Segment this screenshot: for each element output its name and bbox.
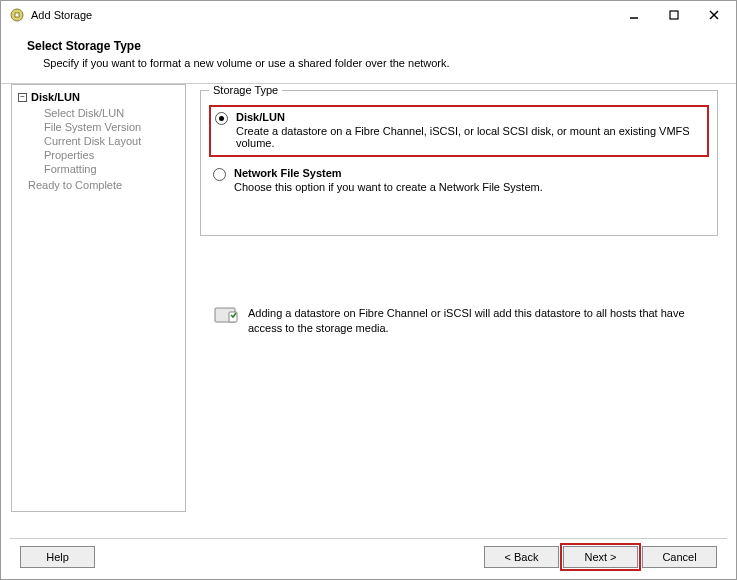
maximize-button[interactable] (654, 3, 694, 27)
collapse-icon[interactable]: − (18, 93, 27, 102)
option-title: Network File System (234, 167, 543, 179)
radio-button[interactable] (215, 112, 228, 125)
nav-substep[interactable]: Properties (44, 149, 181, 161)
nav-substep[interactable]: File System Version (44, 121, 181, 133)
close-button[interactable] (694, 3, 734, 27)
option-network-fs[interactable]: Network File System Choose this option i… (209, 163, 709, 199)
nav-substep[interactable]: Formatting (44, 163, 181, 175)
app-icon (9, 7, 25, 23)
titlebar: Add Storage (1, 1, 736, 29)
wizard-nav: − Disk/LUN Select Disk/LUN File System V… (11, 84, 186, 512)
info-icon (214, 306, 238, 324)
radio-button[interactable] (213, 168, 226, 181)
info-note: Adding a datastore on Fibre Channel or i… (200, 306, 718, 336)
option-desc: Choose this option if you want to create… (234, 181, 543, 193)
page-title: Select Storage Type (27, 39, 716, 53)
minimize-button[interactable] (614, 3, 654, 27)
info-text: Adding a datastore on Fibre Channel or i… (248, 306, 704, 336)
wizard-header: Select Storage Type Specify if you want … (1, 29, 736, 83)
nav-substep[interactable]: Select Disk/LUN (44, 107, 181, 119)
wizard-footer: Help < Back Next > Cancel (0, 538, 737, 580)
nav-substeps: Select Disk/LUN File System Version Curr… (18, 107, 181, 175)
window-title: Add Storage (31, 9, 614, 21)
nav-substep[interactable]: Current Disk Layout (44, 135, 181, 147)
cancel-button[interactable]: Cancel (642, 546, 717, 568)
nav-step-label: Disk/LUN (31, 91, 80, 103)
wizard-content: Storage Type Disk/LUN Create a datastore… (186, 84, 726, 512)
storage-type-group: Storage Type Disk/LUN Create a datastore… (200, 90, 718, 236)
nav-step-root[interactable]: − Disk/LUN (18, 91, 181, 103)
next-button[interactable]: Next > (563, 546, 638, 568)
option-desc: Create a datastore on a Fibre Channel, i… (236, 125, 699, 149)
svg-rect-3 (670, 11, 678, 19)
option-title: Disk/LUN (236, 111, 699, 123)
back-button[interactable]: < Back (484, 546, 559, 568)
nav-step-final[interactable]: Ready to Complete (18, 179, 181, 191)
option-disk-lun[interactable]: Disk/LUN Create a datastore on a Fibre C… (209, 105, 709, 157)
svg-rect-1 (15, 13, 19, 17)
group-legend: Storage Type (209, 84, 282, 96)
divider (10, 538, 727, 539)
page-subtitle: Specify if you want to format a new volu… (27, 57, 716, 69)
help-button[interactable]: Help (20, 546, 95, 568)
